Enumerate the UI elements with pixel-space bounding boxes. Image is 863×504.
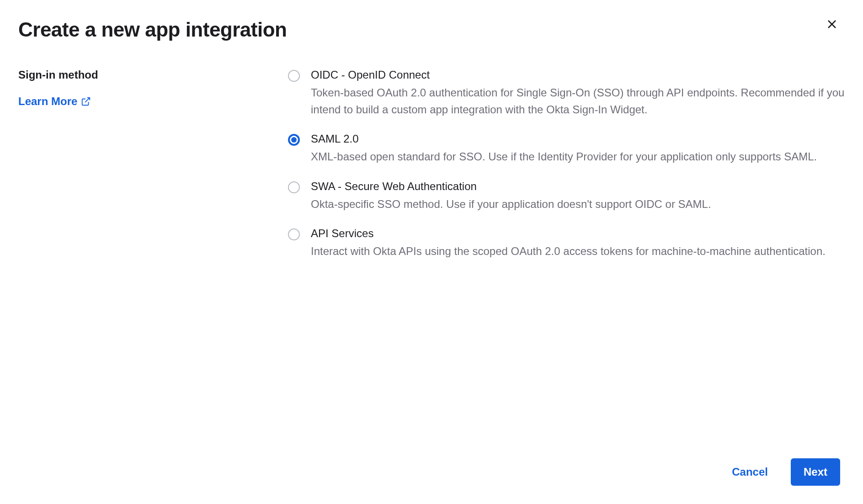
- svg-line-2: [85, 98, 90, 102]
- right-column: OIDC - OpenID Connect Token-based OAuth …: [288, 69, 845, 260]
- radio-description: Okta-specific SSO method. Use if your ap…: [311, 196, 845, 212]
- radio-option-swa[interactable]: SWA - Secure Web Authentication Okta-spe…: [288, 180, 845, 212]
- radio-title: SAML 2.0: [311, 133, 845, 145]
- cancel-button[interactable]: Cancel: [723, 458, 777, 486]
- create-app-integration-modal: Create a new app integration Sign-in met…: [0, 0, 863, 504]
- radio-title: OIDC - OpenID Connect: [311, 69, 845, 81]
- radio-input-oidc[interactable]: [288, 70, 300, 82]
- close-button[interactable]: [824, 16, 840, 32]
- modal-title: Create a new app integration: [18, 18, 845, 41]
- close-icon: [826, 19, 837, 30]
- radio-option-api-services[interactable]: API Services Interact with Okta APIs usi…: [288, 227, 845, 260]
- radio-description: Token-based OAuth 2.0 authentication for…: [311, 84, 845, 118]
- radio-input-swa[interactable]: [288, 181, 300, 193]
- learn-more-text: Learn More: [18, 95, 77, 108]
- radio-description: Interact with Okta APIs using the scoped…: [311, 243, 845, 260]
- learn-more-link[interactable]: Learn More: [18, 95, 91, 108]
- radio-title: SWA - Secure Web Authentication: [311, 180, 845, 193]
- modal-footer: Cancel Next: [723, 458, 840, 486]
- radio-input-api-services[interactable]: [288, 228, 300, 240]
- next-button[interactable]: Next: [791, 458, 840, 486]
- radio-option-oidc[interactable]: OIDC - OpenID Connect Token-based OAuth …: [288, 69, 845, 118]
- sign-in-method-radio-group: OIDC - OpenID Connect Token-based OAuth …: [288, 69, 845, 260]
- modal-content: Sign-in method Learn More OIDC - OpenID …: [18, 69, 845, 260]
- left-column: Sign-in method Learn More: [18, 69, 270, 260]
- section-label: Sign-in method: [18, 69, 270, 81]
- radio-input-saml[interactable]: [288, 134, 300, 146]
- external-link-icon: [81, 96, 91, 106]
- radio-option-saml[interactable]: SAML 2.0 XML-based open standard for SSO…: [288, 133, 845, 165]
- radio-description: XML-based open standard for SSO. Use if …: [311, 148, 845, 165]
- radio-title: API Services: [311, 227, 845, 240]
